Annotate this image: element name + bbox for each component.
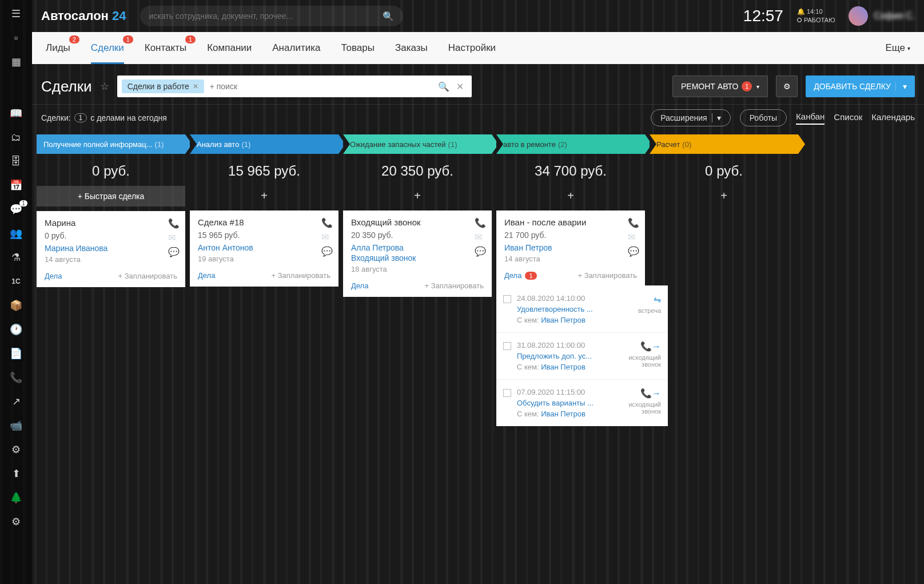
extensions-button[interactable]: Расширения ▾ [651, 109, 730, 126]
phone-side-icon[interactable]: 📞 [9, 371, 23, 384]
column-header[interactable]: Анализ авто(1) [190, 134, 338, 154]
task-title[interactable]: Удовлетворенность ... [517, 305, 621, 313]
card-plan-link[interactable]: + Запланировать [118, 272, 177, 280]
phone-icon[interactable]: 📞 [628, 217, 639, 228]
card-plan-link[interactable]: + Запланировать [578, 271, 637, 280]
column-header[interactable]: Ожидание запасных частей(1) [343, 134, 492, 154]
1c-icon[interactable]: 1C [9, 275, 23, 288]
users-icon[interactable]: 👥 [9, 227, 23, 240]
bell-icon[interactable]: 🔔 [797, 8, 805, 15]
chip-close-icon[interactable]: ✕ [193, 82, 198, 90]
mail-icon[interactable]: ✉ [168, 232, 180, 243]
doc-icon[interactable]: 📄 [9, 347, 23, 360]
user-block[interactable]: София С. [849, 6, 915, 26]
card-contact[interactable]: Антон Антонов [198, 243, 330, 252]
column-add-button[interactable]: + [190, 186, 338, 206]
drive-icon[interactable]: 🗄 [9, 154, 23, 168]
chat-icon[interactable]: 💬1 [9, 202, 23, 216]
task-checkbox[interactable] [503, 295, 511, 303]
add-deal-button[interactable]: ДОБАВИТЬ СДЕЛКУ▾ [806, 76, 915, 97]
settings-side-icon[interactable]: ⚙ [9, 515, 23, 529]
chat-card-icon[interactable]: 💬 [321, 246, 333, 257]
video-icon[interactable]: 📹 [9, 419, 23, 432]
sliders-icon[interactable]: ⚙ [9, 443, 23, 456]
tab-settings[interactable]: Настройки [448, 32, 496, 64]
chat-card-icon[interactable]: 💬 [628, 246, 639, 257]
deals-today[interactable]: Сделки: 1 с делами на сегодня [41, 113, 167, 122]
task-title[interactable]: Предложить доп. ус... [517, 352, 621, 360]
task-contact[interactable]: Иван Петров [541, 363, 586, 371]
up-icon[interactable]: ⬆ [9, 467, 23, 480]
task-checkbox[interactable] [503, 342, 511, 350]
card-plan-link[interactable]: + Запланировать [272, 271, 330, 280]
tab-more[interactable]: Еще▾ [885, 32, 910, 64]
card-tasks-link[interactable]: Дела [351, 281, 368, 290]
card-tasks-link[interactable]: Дела1 [504, 271, 537, 280]
task-row[interactable]: 07.09.2020 11:15:00 Обсудить варианты ..… [496, 379, 668, 426]
deal-card[interactable]: 📞 ✉ 💬 Сделка #18 15 965 руб. Антон Антон… [190, 210, 338, 287]
card-plan-link[interactable]: + Запланировать [425, 281, 484, 290]
mail-icon[interactable]: ✉ [321, 232, 333, 243]
task-contact[interactable]: Иван Петров [541, 316, 586, 324]
phone-icon[interactable]: 📞 [475, 217, 486, 228]
card-tasks-link[interactable]: Дела [45, 272, 62, 280]
gear-button[interactable]: ⚙ [776, 76, 798, 97]
tab-goods[interactable]: Товары [341, 32, 374, 64]
card-contact-2[interactable]: Входящий звонок [351, 253, 484, 263]
phone-icon[interactable]: 📞 [321, 217, 333, 228]
filter-input[interactable] [204, 82, 435, 91]
tree-icon[interactable]: 🌲 [9, 491, 23, 504]
column-header[interactable]: Расчет(0) [650, 134, 798, 154]
quick-deal-button[interactable]: + Быстрая сделка [37, 186, 185, 206]
view-list[interactable]: Список [834, 112, 862, 124]
card-contact[interactable]: Иван Петров [504, 243, 637, 252]
view-kanban[interactable]: Канбан [796, 112, 825, 125]
calendar-icon[interactable]: 📅 [9, 178, 23, 192]
flask-icon[interactable]: ⚗ [9, 251, 23, 264]
search-icon[interactable]: 🔍 [383, 11, 394, 22]
card-icon[interactable]: 🗂 [9, 130, 23, 144]
book-icon[interactable]: 📖 [9, 106, 23, 120]
task-checkbox[interactable] [503, 389, 511, 397]
card-contact[interactable]: Алла Петрова [351, 243, 484, 252]
share-icon[interactable]: ↗ [9, 395, 23, 408]
column-add-button[interactable]: + [650, 186, 798, 206]
tab-leads[interactable]: Лиды2 [46, 32, 70, 64]
task-title[interactable]: Обсудить варианты ... [517, 399, 621, 407]
task-row[interactable]: 24.08.2020 14:10:00 Удовлетворенность ..… [496, 285, 668, 332]
filter-search-icon[interactable]: 🔍 [435, 81, 453, 92]
filter-box[interactable]: Сделки в работе✕ 🔍 ✕ [117, 76, 472, 97]
avatar[interactable] [849, 6, 868, 26]
chat-card-icon[interactable]: 💬 [168, 247, 180, 257]
chat-card-icon[interactable]: 💬 [475, 246, 486, 257]
clock-icon[interactable]: 🕐 [9, 323, 23, 336]
star-icon[interactable]: ☆ [100, 80, 109, 93]
card-tasks-link[interactable]: Дела [198, 271, 215, 280]
robots-button[interactable]: Роботы [740, 109, 787, 126]
deal-card[interactable]: 📞 ✉ 💬 Иван - после аварии 21 700 руб. Ив… [496, 210, 645, 287]
mail-icon[interactable]: ✉ [475, 232, 486, 243]
tab-deals[interactable]: Сделки1 [91, 32, 124, 64]
column-add-button[interactable]: + [343, 186, 492, 206]
sidebar-icon[interactable]: ▫ [9, 31, 23, 45]
add-plus-icon[interactable]: ▾ [895, 82, 907, 91]
funnel-button[interactable]: РЕМОНТ АВТО1 ▾ [672, 76, 768, 97]
tab-companies[interactable]: Компании [207, 32, 252, 64]
tab-analytics[interactable]: Аналитика [272, 32, 320, 64]
column-header[interactable]: Получение полной информац...(1) [37, 134, 185, 154]
mail-icon[interactable]: ✉ [628, 232, 639, 243]
column-add-button[interactable]: + [496, 186, 645, 206]
card-contact[interactable]: Марина Иванова [45, 244, 177, 253]
deal-card[interactable]: 📞 ✉ 💬 Марина 0 руб. Марина Иванова 14 ав… [37, 211, 185, 287]
phone-icon[interactable]: 📞 [168, 218, 180, 229]
global-search[interactable]: 🔍 [140, 6, 403, 26]
tab-orders[interactable]: Заказы [395, 32, 428, 64]
column-header[interactable]: авто в ремонте(2) [496, 134, 645, 154]
apps-icon[interactable]: ▦ [9, 55, 23, 69]
tab-contacts[interactable]: Контакты1 [145, 32, 186, 64]
task-contact[interactable]: Иван Петров [541, 410, 586, 418]
menu-icon[interactable]: ☰ [9, 7, 23, 21]
status-text[interactable]: РАБОТАЮ [804, 17, 835, 23]
box-icon[interactable]: 📦 [9, 299, 23, 312]
deal-card[interactable]: 📞 ✉ 💬 Входящий звонок 20 350 руб. Алла П… [343, 210, 492, 297]
